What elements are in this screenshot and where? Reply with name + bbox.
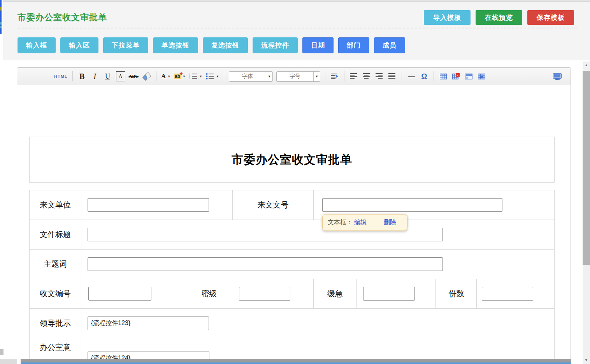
background-window-sliver-accent bbox=[0, 26, 2, 28]
field-label: 领导批示 bbox=[30, 309, 81, 338]
toolbar-separator bbox=[156, 71, 156, 81]
align-right-icon[interactable] bbox=[375, 71, 384, 81]
vertical-scrollbar[interactable]: ▲ ▼ bbox=[583, 62, 590, 364]
svg-text:3: 3 bbox=[189, 77, 190, 79]
widget-tooltip: 文本框： 编辑 删除 bbox=[322, 214, 407, 231]
caret-down-icon: ▼ bbox=[313, 72, 320, 81]
table-properties-icon[interactable] bbox=[464, 71, 474, 81]
table-row: 领导批示 bbox=[30, 308, 554, 338]
tooltip-edit-link[interactable]: 编辑 bbox=[354, 218, 367, 227]
field-cell bbox=[81, 279, 185, 308]
window-bottom-edge bbox=[21, 359, 571, 362]
remove-format-eraser-icon[interactable] bbox=[142, 71, 151, 81]
table-row: 主题词 bbox=[30, 249, 554, 279]
table-row: 来文单位 来文文号 bbox=[30, 190, 554, 220]
eraser-icon bbox=[142, 72, 151, 81]
align-justify-icon[interactable] bbox=[388, 71, 397, 81]
toolbar-separator bbox=[434, 71, 434, 81]
widget-button-checkbox[interactable]: 复选按钮 bbox=[203, 37, 248, 53]
field-cell bbox=[356, 279, 436, 308]
insert-table-icon[interactable] bbox=[439, 71, 448, 81]
background-window-sliver bbox=[0, 0, 2, 34]
widget-button-date[interactable]: 日期 bbox=[302, 37, 334, 53]
field-label: 份数 bbox=[435, 279, 476, 308]
bold-icon[interactable]: B bbox=[77, 71, 87, 81]
online-preview-button[interactable]: 在线预览 bbox=[476, 10, 522, 25]
font-size-select[interactable]: 字号▼ bbox=[276, 71, 320, 82]
widget-button-radio[interactable]: 单选按钮 bbox=[153, 37, 198, 53]
header-action-buttons: 导入模板 在线预览 保存模板 bbox=[424, 10, 574, 25]
widget-button-input-area[interactable]: 输入区 bbox=[60, 37, 98, 53]
background-window-sliver-accent bbox=[0, 7, 2, 11]
caret-down-icon: ▼ bbox=[266, 72, 272, 81]
window-bottom-accent bbox=[21, 362, 571, 364]
dashed-divider bbox=[18, 28, 577, 28]
tooltip-label: 文本框： bbox=[328, 218, 353, 227]
subject-words-input[interactable] bbox=[88, 257, 443, 271]
window-bottom-corner bbox=[0, 359, 17, 364]
special-char-icon[interactable]: Ω bbox=[420, 71, 429, 81]
window-left-edge bbox=[0, 0, 3, 364]
html-source-icon[interactable]: HTML bbox=[54, 71, 68, 81]
align-center-icon[interactable] bbox=[362, 71, 371, 81]
delete-table-icon[interactable]: × bbox=[451, 71, 461, 81]
window-edge-notch bbox=[0, 349, 4, 355]
widget-button-dropdown-menu[interactable]: 下拉菜单 bbox=[103, 37, 148, 53]
caret-down-icon: ▼ bbox=[183, 75, 186, 78]
widget-button-department[interactable]: 部门 bbox=[338, 37, 369, 53]
field-label: 文件标题 bbox=[30, 220, 81, 249]
editor-document[interactable]: 市委办公室收文审批单 来文单位 来文文号 文件标题 bbox=[17, 85, 571, 364]
tooltip-delete-link[interactable]: 删除 bbox=[384, 218, 396, 227]
page-title: 市委办公室收文审批单 bbox=[18, 12, 107, 23]
scroll-down-arrow-icon[interactable]: ▼ bbox=[583, 357, 590, 363]
toolbar-separator bbox=[224, 71, 224, 81]
background-window-sliver-accent bbox=[0, 22, 2, 25]
highlight-color-icon[interactable]: ab▼ bbox=[174, 71, 186, 81]
italic-icon[interactable]: I bbox=[90, 71, 100, 81]
incoming-unit-input[interactable] bbox=[88, 198, 209, 212]
field-label: 来文单位 bbox=[30, 190, 81, 220]
scrollbar-thumb[interactable] bbox=[583, 71, 590, 265]
strikethrough-icon[interactable]: ABC bbox=[129, 71, 139, 81]
field-cell bbox=[81, 250, 554, 279]
widget-button-flow-control[interactable]: 流程控件 bbox=[253, 37, 298, 53]
save-template-button[interactable]: 保存模板 bbox=[527, 10, 574, 25]
secrecy-level-input[interactable] bbox=[239, 287, 290, 301]
ordered-list-icon[interactable]: 123 ▼ bbox=[189, 71, 202, 81]
underline-icon[interactable]: U bbox=[103, 71, 112, 81]
receipt-number-input[interactable] bbox=[88, 287, 151, 301]
widget-button-input-box[interactable]: 输入框 bbox=[18, 37, 56, 53]
form-title-block: 市委办公室收文审批单 bbox=[29, 137, 555, 183]
leader-instructions-input[interactable] bbox=[88, 317, 209, 330]
toolbar-separator bbox=[72, 71, 73, 81]
unordered-list-icon[interactable]: ▼ bbox=[206, 71, 219, 81]
copies-count-input[interactable] bbox=[482, 287, 533, 301]
format-icon[interactable]: A bbox=[116, 71, 125, 81]
align-left-icon[interactable] bbox=[349, 71, 358, 81]
cell-properties-icon[interactable] bbox=[477, 71, 486, 81]
form-designer-header: 市委办公室收文审批单 导入模板 在线预览 保存模板 输入框 输入区 下拉菜单 单… bbox=[3, 2, 590, 60]
scroll-up-arrow-icon[interactable]: ▲ bbox=[583, 62, 590, 68]
incoming-doc-number-input[interactable] bbox=[322, 198, 502, 212]
form-table: 来文单位 来文文号 文件标题 主题词 bbox=[29, 190, 555, 364]
field-cell bbox=[233, 279, 313, 308]
font-family-select[interactable]: 字体▼ bbox=[229, 71, 273, 82]
field-label: 收文编号 bbox=[30, 279, 81, 308]
field-cell bbox=[81, 190, 232, 220]
caret-down-icon: ▼ bbox=[167, 75, 170, 78]
horizontal-rule-icon[interactable]: — bbox=[407, 71, 416, 81]
fullscreen-icon[interactable] bbox=[553, 71, 562, 81]
toolbar-separator bbox=[402, 71, 402, 81]
richtext-editor: HTML B I U A ABC A▼ ab▼ 123 ▼ ▼ 字体▼ 字号▼ bbox=[17, 67, 571, 364]
table-row: 收文编号 密级 缓急 份数 bbox=[30, 279, 554, 308]
field-label: 来文文号 bbox=[232, 190, 313, 220]
editor-toolbar: HTML B I U A ABC A▼ ab▼ 123 ▼ ▼ 字体▼ 字号▼ bbox=[17, 68, 571, 85]
widget-button-member[interactable]: 成员 bbox=[374, 37, 405, 53]
urgency-input[interactable] bbox=[363, 287, 415, 301]
form-title: 市委办公室收文审批单 bbox=[232, 152, 352, 168]
import-template-button[interactable]: 导入模板 bbox=[424, 10, 471, 25]
font-color-icon[interactable]: A▼ bbox=[161, 71, 170, 81]
field-label: 密级 bbox=[185, 279, 233, 308]
indent-icon[interactable] bbox=[330, 71, 339, 81]
toolbar-separator bbox=[344, 71, 344, 81]
